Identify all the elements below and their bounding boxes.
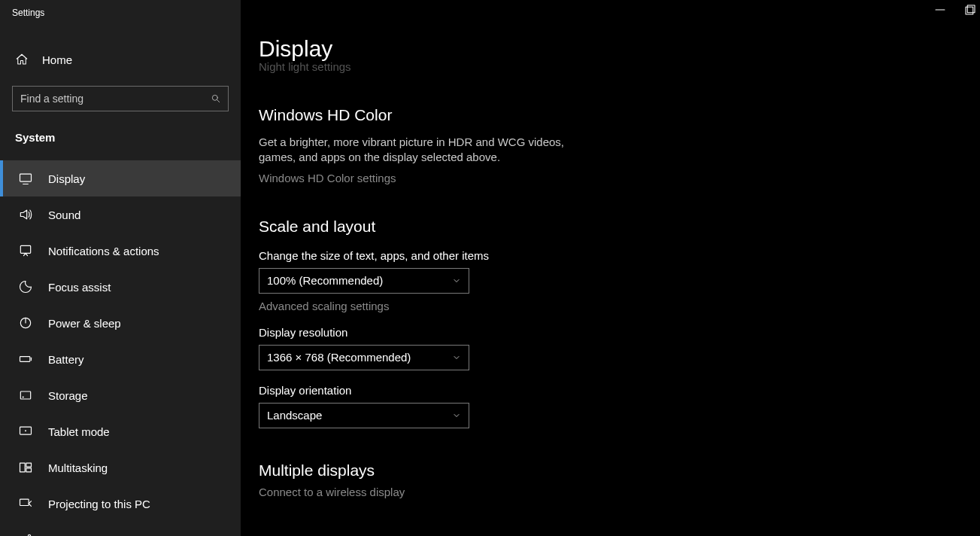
nav-item-shared-exp[interactable]: Shared experiences xyxy=(0,522,241,536)
hd-color-desc: Get a brighter, more vibrant picture in … xyxy=(259,135,567,166)
text-size-value: 100% (Recommended) xyxy=(267,274,383,287)
nav-item-label: Storage xyxy=(48,389,88,402)
orientation-value: Landscape xyxy=(267,409,322,422)
nav-item-label: Shared experiences xyxy=(48,534,148,537)
nav-item-tablet-mode[interactable]: Tablet mode xyxy=(0,413,241,449)
nav-item-projecting[interactable]: Projecting to this PC xyxy=(0,486,241,522)
svg-rect-2 xyxy=(966,7,973,14)
svg-rect-1 xyxy=(967,5,975,13)
scale-layout-heading: Scale and layout xyxy=(259,218,740,236)
nav-item-label: Power & sleep xyxy=(48,317,121,330)
hd-color-heading: Windows HD Color xyxy=(259,106,740,124)
shared-exp-icon xyxy=(18,532,33,536)
nav-item-display[interactable]: Display xyxy=(0,160,241,196)
chevron-down-icon xyxy=(452,276,461,285)
night-light-settings-link[interactable]: Night light settings xyxy=(259,60,980,73)
nav-item-sound[interactable]: Sound xyxy=(0,196,241,233)
storage-icon xyxy=(18,388,33,403)
nav-item-focus-assist[interactable]: Focus assist xyxy=(0,269,241,305)
nav-item-label: Notifications & actions xyxy=(48,245,159,257)
orientation-label: Display orientation xyxy=(259,384,740,397)
nav-item-label: Multitasking xyxy=(48,461,108,474)
chevron-down-icon xyxy=(452,353,461,362)
content: Windows HD Color Get a brighter, more vi… xyxy=(259,106,740,498)
window-restore-button[interactable] xyxy=(963,3,977,17)
nav-item-label: Battery xyxy=(48,353,84,366)
nav-item-storage[interactable]: Storage xyxy=(0,377,241,413)
power-sleep-icon xyxy=(18,315,33,330)
chevron-down-icon xyxy=(452,411,461,420)
text-size-select[interactable]: 100% (Recommended) xyxy=(259,268,469,294)
hd-color-settings-link[interactable]: Windows HD Color settings xyxy=(259,172,740,184)
focus-assist-icon xyxy=(18,279,33,294)
display-icon xyxy=(18,171,33,186)
battery-icon xyxy=(18,352,33,367)
projecting-icon xyxy=(18,496,33,511)
home-icon xyxy=(15,53,29,66)
app-title: Settings xyxy=(0,0,241,18)
orientation-select[interactable]: Landscape xyxy=(259,403,469,428)
page-title: Display xyxy=(259,0,980,62)
nav-item-label: Tablet mode xyxy=(48,425,110,438)
window-controls xyxy=(933,3,977,17)
nav-item-label: Projecting to this PC xyxy=(48,498,150,510)
resolution-label: Display resolution xyxy=(259,326,740,339)
sound-icon xyxy=(18,207,33,222)
notifications-icon xyxy=(18,243,33,258)
sidebar: Settings Home System DisplaySoundNotific… xyxy=(0,0,241,536)
nav-item-notifications[interactable]: Notifications & actions xyxy=(0,233,241,269)
search-wrap xyxy=(12,86,229,111)
resolution-value: 1366 × 768 (Recommended) xyxy=(267,351,411,364)
connect-wireless-display-link[interactable]: Connect to a wireless display xyxy=(259,486,740,498)
nav-item-power-sleep[interactable]: Power & sleep xyxy=(0,305,241,341)
multitasking-icon xyxy=(18,460,33,475)
advanced-scaling-link[interactable]: Advanced scaling settings xyxy=(259,300,740,312)
resolution-select[interactable]: 1366 × 768 (Recommended) xyxy=(259,345,469,370)
window-minimize-button[interactable] xyxy=(933,3,947,17)
sidebar-section-label: System xyxy=(0,111,241,150)
nav-item-label: Focus assist xyxy=(48,281,111,294)
nav-item-label: Sound xyxy=(48,209,80,221)
search-input[interactable] xyxy=(12,86,229,111)
nav-item-multitasking[interactable]: Multitasking xyxy=(0,449,241,486)
tablet-mode-icon xyxy=(18,424,33,439)
text-size-label: Change the size of text, apps, and other… xyxy=(259,249,740,262)
sidebar-nav: DisplaySoundNotifications & actionsFocus… xyxy=(0,160,241,536)
nav-item-battery[interactable]: Battery xyxy=(0,341,241,377)
nav-home-label: Home xyxy=(42,53,72,66)
nav-home[interactable]: Home xyxy=(0,44,241,75)
multiple-displays-heading: Multiple displays xyxy=(259,461,740,480)
main-pane: Display Night light settings Windows HD … xyxy=(241,0,980,536)
nav-item-label: Display xyxy=(48,172,85,185)
